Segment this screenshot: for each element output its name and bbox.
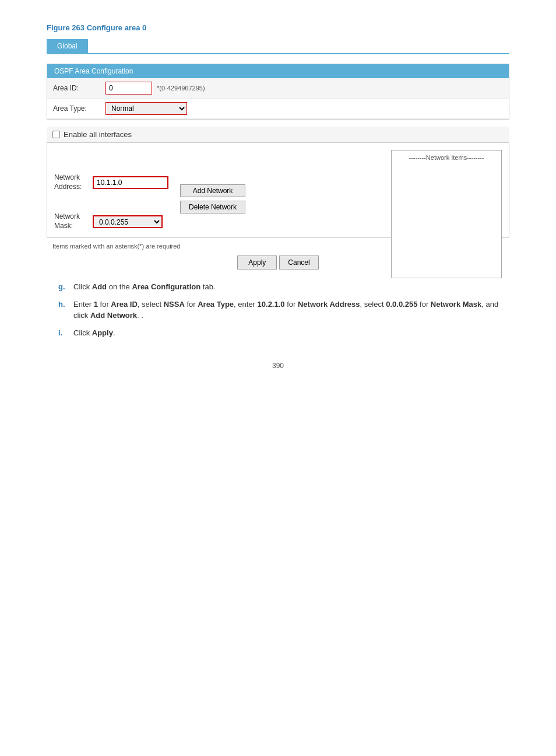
cancel-button[interactable]: Cancel <box>279 256 318 270</box>
area-type-row: Area Type: Normal Stub NSSA <box>47 99 509 119</box>
apply-button[interactable]: Apply <box>237 256 277 270</box>
tab-bar: Global <box>47 39 509 54</box>
network-items-header: --------Network Items-------- <box>394 153 499 162</box>
tab-global[interactable]: Global <box>47 39 88 53</box>
area-id-input[interactable] <box>105 82 152 94</box>
instruction-g-letter: g. <box>58 281 68 293</box>
area-id-hint: *(0-4294967295) <box>157 85 205 92</box>
enable-interfaces-row: Enable all interfaces <box>47 127 509 142</box>
network-address-label: NetworkAddress: <box>54 173 89 191</box>
network-left: NetworkAddress: NetworkMask: 0.0.0.255 2… <box>54 150 168 230</box>
area-id-label: Area ID: <box>53 84 105 92</box>
enable-interfaces-checkbox[interactable] <box>52 131 60 138</box>
instruction-g: g. Click Add on the Area Configuration t… <box>58 281 509 293</box>
network-mask-select[interactable]: 0.0.0.255 255.255.255.0 255.255.0.0 <box>93 215 163 228</box>
instruction-i-text: Click Apply. <box>73 327 115 339</box>
ospf-config-panel: OSPF Area Configuration Area ID: *(0-429… <box>47 64 509 120</box>
instructions: g. Click Add on the Area Configuration t… <box>47 281 509 338</box>
area-type-select[interactable]: Normal Stub NSSA <box>105 102 187 115</box>
area-type-label: Area Type: <box>53 104 105 113</box>
area-id-row: Area ID: *(0-4294967295) <box>47 78 509 99</box>
instruction-i: i. Click Apply. <box>58 327 509 339</box>
network-items-box: --------Network Items-------- <box>391 150 502 278</box>
network-mask-group: NetworkMask: 0.0.0.255 255.255.255.0 255… <box>54 212 168 230</box>
network-mask-label: NetworkMask: <box>54 212 89 230</box>
network-address-group: NetworkAddress: <box>54 173 168 191</box>
instruction-h-text: Enter 1 for Area ID, select NSSA for Are… <box>73 299 509 321</box>
instruction-h: h. Enter 1 for Area ID, select NSSA for … <box>58 299 509 321</box>
network-address-input[interactable] <box>93 176 168 189</box>
ospf-panel-body: Area ID: *(0-4294967295) Area Type: Norm… <box>47 78 509 119</box>
ospf-panel-header: OSPF Area Configuration <box>47 64 509 78</box>
instruction-h-letter: h. <box>58 299 68 321</box>
network-mask-field: NetworkMask: 0.0.0.255 255.255.255.0 255… <box>54 212 168 230</box>
instruction-g-text: Click Add on the Area Configuration tab. <box>73 281 215 293</box>
network-action-buttons: Add Network Delete Network <box>180 167 245 230</box>
add-network-button[interactable]: Add Network <box>180 184 245 197</box>
page-number: 390 <box>47 362 509 370</box>
instruction-i-letter: i. <box>58 327 68 339</box>
delete-network-button[interactable]: Delete Network <box>180 201 245 214</box>
network-section: NetworkAddress: NetworkMask: 0.0.0.255 2… <box>47 142 509 238</box>
enable-interfaces-label: Enable all interfaces <box>64 130 132 139</box>
network-address-field: NetworkAddress: <box>54 173 168 191</box>
figure-title: Figure 263 Configure area 0 <box>47 23 509 32</box>
